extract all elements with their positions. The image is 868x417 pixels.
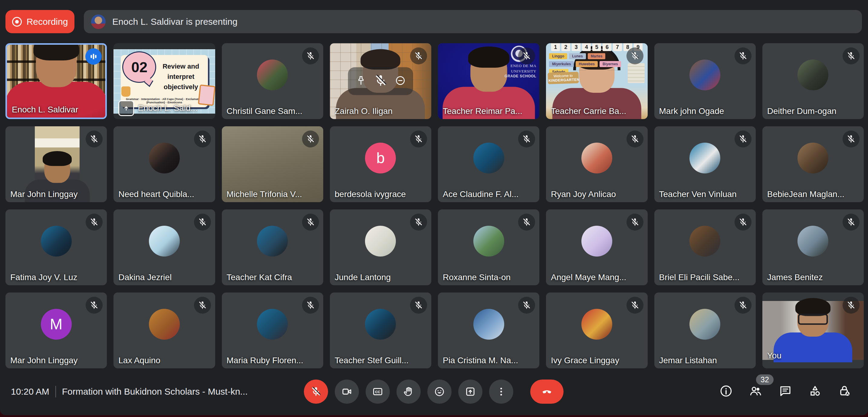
participant-name: Teacher Carrie Ba... — [551, 106, 626, 116]
participant-name: Teacher Kat Cifra — [227, 273, 292, 282]
end-call-button[interactable] — [530, 380, 563, 404]
avatar — [689, 309, 720, 340]
mute-icon[interactable] — [373, 73, 388, 89]
participant-tile[interactable]: Pia Cristina M. Na... — [438, 292, 539, 368]
clock-time: 10:20 AM — [11, 386, 49, 397]
avatar — [149, 226, 180, 256]
mic-off-icon — [86, 297, 102, 314]
participant-name: Deither Dum-ogan — [767, 106, 837, 116]
people-button[interactable]: 32 — [749, 384, 763, 398]
participant-tile[interactable]: 02Review and interpret objectivelyGramma… — [114, 43, 215, 119]
presenter-avatar — [91, 14, 105, 29]
participant-tile[interactable]: MMar John Linggay — [5, 292, 107, 368]
more-vert-button[interactable] — [489, 380, 513, 404]
participant-tile[interactable]: Briel Eli Pacili Sabe... — [654, 209, 756, 285]
participant-name: Pia Cristina M. Na... — [443, 356, 518, 365]
participant-tile[interactable]: Junde Lantong — [330, 209, 431, 285]
participant-name: Roxanne Sinta-on — [443, 273, 510, 282]
participant-tile[interactable]: Lax Aquino — [114, 292, 215, 368]
participant-name: Mar John Linggay — [10, 356, 78, 365]
avatar — [581, 226, 612, 256]
host-controls-button[interactable] — [838, 384, 851, 398]
panel-controls: 32 — [719, 384, 851, 398]
participant-tile[interactable]: 123456789LinggoLunesMartesMiyerkulesHuwe… — [546, 43, 647, 119]
participant-tile[interactable]: ENEO DE MAUNIVERSITYGRADE SCHOOLTeacher … — [438, 43, 539, 119]
raise-hand-icon — [403, 386, 414, 397]
info-icon — [719, 384, 733, 398]
participant-tile[interactable]: Angel Maye Mang... — [546, 209, 647, 285]
participant-tile[interactable]: Fatima Joy V. Luz — [5, 209, 107, 285]
activities-button[interactable] — [808, 384, 822, 398]
participant-tile[interactable]: James Benitez — [763, 209, 864, 285]
bulletin-board — [628, 63, 645, 83]
videocam-button[interactable] — [335, 380, 359, 404]
mic-off-icon — [410, 131, 427, 147]
avatar — [581, 309, 612, 340]
mic-off-icon — [310, 386, 322, 397]
presenting-icon — [118, 100, 134, 116]
participant-name: Briel Eli Pacili Sabe... — [659, 273, 740, 282]
participant-tile[interactable]: Ace Claudine F. Al... — [438, 126, 539, 202]
participant-name: You — [767, 351, 781, 360]
chat-button[interactable] — [778, 384, 792, 398]
end-call-icon — [541, 386, 553, 397]
participant-name: Lax Aquino — [118, 356, 160, 365]
tile-hover-controls — [348, 67, 413, 95]
info-button[interactable] — [719, 384, 733, 398]
participant-tile[interactable]: Jemar Listahan — [654, 292, 756, 368]
speaking-indicator — [85, 48, 102, 65]
participant-tile[interactable]: Deither Dum-ogan — [763, 43, 864, 119]
pin-icon[interactable] — [355, 75, 367, 87]
remove-participant-icon[interactable] — [394, 75, 406, 87]
participant-tile[interactable]: bberdesola ivygrace — [330, 126, 431, 202]
participant-tile[interactable]: Teacher Stef Guill... — [330, 292, 431, 368]
mic-off-icon — [194, 131, 211, 147]
participant-tile[interactable]: Christil Gane Sam... — [222, 43, 323, 119]
mic-off-icon — [410, 47, 427, 64]
participant-name: Fatima Joy V. Luz — [10, 273, 78, 282]
mic-off-icon — [518, 214, 535, 231]
avatar — [257, 226, 288, 256]
avatar: b — [365, 143, 396, 173]
participant-tile[interactable]: Teacher Kat Cifra — [222, 209, 323, 285]
people-icon — [749, 384, 763, 398]
raise-hand-button[interactable] — [397, 380, 421, 404]
participant-name: BebieJean Maglan... — [767, 189, 844, 199]
participant-name: Teacher Reimar Pa... — [443, 106, 522, 116]
mic-off-icon — [302, 47, 319, 64]
participant-tile[interactable]: Michelle Trifonia V... — [222, 126, 323, 202]
participant-tile[interactable]: Mar John Linggay — [5, 126, 107, 202]
participant-tile[interactable]: Teacher Ven Vinluan — [654, 126, 756, 202]
participant-tile[interactable]: Roxanne Sinta-on — [438, 209, 539, 285]
participant-tile[interactable]: Mark john Ogade — [654, 43, 756, 119]
chat-icon — [778, 384, 792, 398]
mic-off-icon — [302, 297, 319, 314]
recording-indicator: Recording — [5, 10, 74, 33]
participant-tile[interactable]: Ryan Joy Anlicao — [546, 126, 647, 202]
captions-button[interactable]: CC — [366, 380, 390, 404]
meeting-info: 10:20 AM Formation with Bukidnon Scholar… — [11, 385, 248, 398]
participant-tile[interactable]: You — [763, 292, 864, 368]
mic-off-icon — [194, 214, 211, 231]
mic-off-icon — [518, 47, 535, 64]
participant-tile[interactable]: Dakina Jezriel — [114, 209, 215, 285]
videocam-icon — [341, 386, 352, 397]
reactions-button[interactable] — [427, 380, 452, 404]
avatar — [689, 60, 720, 90]
mic-off-icon — [843, 131, 860, 147]
avatar — [473, 309, 504, 340]
participant-tile[interactable]: BebieJean Maglan... — [763, 126, 864, 202]
participant-tile[interactable]: Ivy Grace Linggay — [546, 292, 647, 368]
participant-tile[interactable]: Zairah O. Iligan — [330, 43, 431, 119]
bottom-bar: 10:20 AM Formation with Bukidnon Scholar… — [0, 368, 868, 415]
participant-tile[interactable]: Enoch L. Saldivar — [5, 43, 107, 119]
present-button[interactable] — [458, 380, 483, 404]
participant-tile[interactable]: Need heart Quibla... — [114, 126, 215, 202]
avatar — [257, 60, 288, 90]
participant-tile[interactable]: Maria Ruby Floren... — [222, 292, 323, 368]
captions-icon: CC — [372, 386, 383, 397]
avatar — [41, 226, 72, 256]
avatar — [581, 143, 612, 173]
host-controls-icon — [838, 384, 851, 398]
mic-off-button[interactable] — [304, 380, 328, 404]
